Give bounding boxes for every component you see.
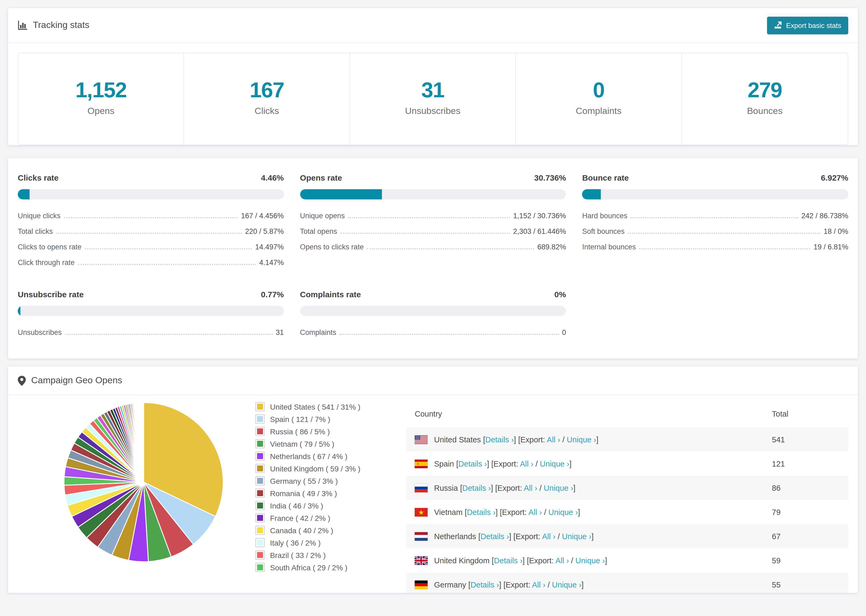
export-basic-stats-button[interactable]: Export basic stats — [767, 16, 848, 34]
dotted-leader — [56, 233, 242, 234]
legend-label: India ( 46 / 3% ) — [270, 501, 323, 510]
country-total: 541 — [772, 435, 848, 444]
legend-label: France ( 42 / 2% ) — [270, 514, 330, 522]
rate-stat-label: Soft bounces — [582, 227, 625, 236]
rate-title: Unsubscribe rate — [18, 290, 83, 299]
export-unique-link[interactable]: Unique › — [540, 459, 569, 468]
details-link[interactable]: Details › — [467, 508, 495, 516]
bracket-text: ] [Export: — [487, 459, 520, 468]
rate-rows: Complaints0 — [300, 325, 566, 340]
legend-label: United Kingdom ( 59 / 3% ) — [270, 464, 361, 473]
bracket-text: ] — [605, 556, 607, 565]
geo-opens-card: Campaign Geo Opens United States ( 541 /… — [8, 366, 858, 593]
legend-label: Brazil ( 33 / 2% ) — [270, 551, 326, 559]
tracking-stats-header: Tracking stats Export basic stats — [8, 8, 858, 43]
rate-value: 0.77% — [261, 290, 284, 299]
rate-stat-row: Clicks to opens rate14.497% — [18, 239, 284, 255]
rate-title: Bounce rate — [582, 173, 629, 182]
legend-color-chip — [255, 402, 265, 411]
legend-item: Germany ( 55 / 3% ) — [255, 476, 384, 486]
export-unique-link[interactable]: Unique › — [567, 435, 596, 444]
export-all-link[interactable]: All › — [520, 459, 533, 468]
stat-card: 279Bounces — [682, 53, 848, 145]
details-link[interactable]: Details › — [471, 580, 499, 589]
stat-value: 1,152 — [18, 79, 184, 101]
bracket-text: ] [Export: — [523, 556, 556, 565]
progress-bar — [18, 306, 284, 316]
country-total: 121 — [772, 459, 848, 468]
details-link[interactable]: Details › — [485, 435, 514, 444]
bracket-text: [ — [483, 435, 485, 444]
country-total: 59 — [772, 556, 848, 565]
bracket-text: ] — [596, 435, 598, 444]
stat-card: 167Clicks — [184, 53, 350, 145]
legend-label: Netherlands ( 67 / 4% ) — [270, 452, 348, 460]
rate-title: Clicks rate — [18, 173, 58, 182]
legend-label: Russia ( 86 / 5% ) — [270, 427, 330, 436]
flag-nl-icon — [415, 532, 428, 541]
details-link[interactable]: Details › — [480, 532, 509, 541]
export-unique-link[interactable]: Unique › — [562, 532, 592, 541]
stat-value: 31 — [350, 79, 516, 101]
rate-header: Clicks rate4.46% — [18, 173, 284, 182]
flag-ru-icon — [415, 484, 428, 492]
progress-bar-fill — [18, 306, 20, 316]
legend-label: Spain ( 121 / 7% ) — [270, 415, 330, 423]
rate-stat-label: Hard bounces — [582, 212, 627, 220]
dotted-leader — [64, 217, 238, 218]
country-total: 55 — [772, 580, 848, 589]
legend-color-chip — [255, 464, 265, 473]
rate-stat-label: Clicks to opens rate — [18, 243, 82, 251]
legend-item: Italy ( 36 / 2% ) — [255, 538, 384, 547]
rate-title: Complaints rate — [300, 290, 361, 299]
details-link[interactable]: Details › — [458, 459, 487, 468]
slash-text: / — [542, 508, 548, 516]
export-all-link[interactable]: All › — [524, 484, 537, 492]
rate-stat-value: 242 / 86.738% — [801, 212, 848, 220]
bracket-text: ] [Export: — [514, 435, 547, 444]
slash-text: / — [555, 532, 562, 541]
details-link[interactable]: Details › — [494, 556, 522, 565]
legend-label: Canada ( 40 / 2% ) — [270, 526, 333, 534]
export-unique-link[interactable]: Unique › — [552, 580, 581, 589]
details-link[interactable]: Details › — [462, 484, 491, 492]
export-all-link[interactable]: All › — [555, 556, 569, 565]
flag-us-icon — [415, 435, 428, 444]
geo-table-header-total: Total — [772, 410, 848, 418]
bar-chart-icon — [18, 20, 27, 30]
stat-card: 0Complaints — [516, 53, 682, 145]
export-all-link[interactable]: All › — [542, 532, 555, 541]
export-all-link[interactable]: All › — [529, 508, 542, 516]
geo-opens-title: Campaign Geo Opens — [18, 375, 122, 386]
legend-item: South Africa ( 29 / 2% ) — [255, 563, 384, 572]
legend-label: Italy ( 36 / 2% ) — [270, 538, 321, 547]
progress-bar — [582, 189, 848, 200]
export-unique-link[interactable]: Unique › — [548, 508, 578, 516]
geo-table: Country Total United States [Details ›] … — [406, 402, 848, 593]
rate-header: Bounce rate6.927% — [582, 173, 848, 182]
stat-value: 279 — [682, 79, 848, 101]
legend-item: Spain ( 121 / 7% ) — [255, 415, 384, 424]
slash-text: / — [545, 580, 552, 589]
rate-stat-row: Opens to clicks rate689.82% — [300, 239, 566, 255]
tracking-stats-card: Tracking stats Export basic stats 1,152O… — [8, 8, 858, 145]
geo-row-text: Spain [Details ›] [Export: All › / Uniqu… — [434, 459, 572, 468]
rate-stat-label: Total opens — [300, 227, 337, 236]
stat-label: Complaints — [516, 106, 681, 117]
rate-stat-value: 2,303 / 61.446% — [513, 227, 566, 236]
rate-stat-row: Click through rate4.147% — [18, 255, 284, 270]
rate-stat-row: Total clicks220 / 5.87% — [18, 224, 284, 239]
stat-card: 1,152Opens — [18, 53, 184, 145]
export-unique-link[interactable]: Unique › — [576, 556, 605, 565]
export-unique-link[interactable]: Unique › — [544, 484, 573, 492]
legend-item: Netherlands ( 67 / 4% ) — [255, 451, 384, 460]
export-all-link[interactable]: All › — [547, 435, 560, 444]
export-all-link[interactable]: All › — [532, 580, 545, 589]
legend-label: Vietnam ( 79 / 5% ) — [270, 439, 334, 448]
legend-item: Russia ( 86 / 5% ) — [255, 427, 384, 436]
legend-color-chip — [255, 563, 265, 572]
legend-color-chip — [255, 415, 265, 424]
rate-stat-label: Unique clicks — [18, 212, 60, 220]
rate-panel-opens-rate: Opens rate30.736%Unique opens1,152 / 30.… — [300, 173, 566, 270]
legend-label: South Africa ( 29 / 2% ) — [270, 563, 348, 572]
